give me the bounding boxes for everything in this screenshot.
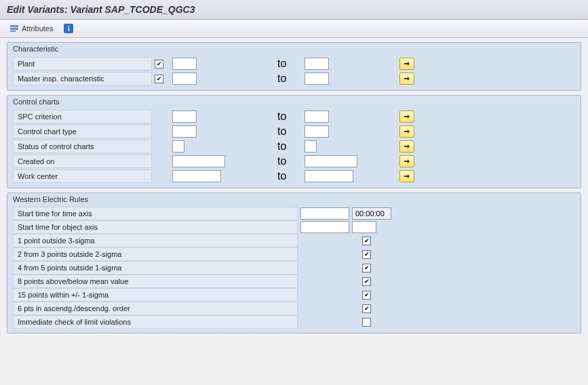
rule-7-checkbox[interactable]: [362, 318, 371, 327]
cctype-label: Control chart type: [13, 125, 152, 138]
rule-7-label: Immediate check of limit violations: [13, 315, 298, 329]
rule-5-label: 15 points within +/- 1-sigma: [13, 288, 298, 302]
spc-from-input[interactable]: [172, 110, 197, 123]
plant-from-input[interactable]: [172, 58, 197, 70]
row-rule-5: 15 points within +/- 1-sigma: [13, 288, 575, 302]
group-wer: Western Electric Rules Start time for ti…: [7, 192, 581, 333]
row-rule-4: 8 points above/below mean value: [13, 275, 575, 288]
cctype-from-input[interactable]: [172, 125, 197, 138]
mic-from-input[interactable]: [172, 73, 197, 85]
row-rule-3: 4 from 5 points outside 1-sigma: [13, 261, 575, 275]
arrow-right-icon: [404, 75, 410, 82]
spc-to-input[interactable]: [305, 110, 329, 123]
arrow-right-icon: [404, 158, 410, 165]
rule-3-label: 4 from 5 points outside 1-sigma: [13, 261, 298, 275]
rule-2-label: 2 from 3 points outside 2-sigma: [13, 247, 298, 261]
object-axis-input-1[interactable]: [300, 221, 349, 233]
rule-1-label: 1 point outside 3-sigma: [13, 234, 298, 247]
workcenter-multi-button[interactable]: [399, 170, 414, 182]
content-area: Characteristic Plant to Master insp. cha…: [0, 38, 588, 338]
row-rule-7: Immediate check of limit violations: [13, 315, 575, 329]
cctype-to-label: to: [277, 125, 286, 138]
toolbar: Attributes i: [0, 20, 588, 38]
cctype-multi-button[interactable]: [399, 125, 414, 138]
mic-multi-button[interactable]: [399, 73, 414, 85]
rule-4-checkbox[interactable]: [362, 277, 371, 286]
group-wer-title: Western Electric Rules: [7, 193, 581, 205]
mic-checkbox[interactable]: [155, 75, 163, 83]
plant-checkbox[interactable]: [155, 60, 163, 68]
row-cctype: Control chart type to: [13, 124, 575, 139]
workcenter-to-input[interactable]: [305, 170, 353, 182]
row-time-axis: Start time for time axis 00:00:00: [13, 207, 575, 220]
rule-1-checkbox[interactable]: [362, 237, 371, 245]
plant-label: Plant: [13, 57, 152, 70]
workcenter-label: Work center: [13, 169, 152, 183]
group-control-charts: Control charts SPC criterion to Control …: [7, 95, 581, 188]
rule-5-checkbox[interactable]: [362, 291, 371, 300]
time-axis-date-input[interactable]: [300, 207, 349, 220]
info-icon[interactable]: i: [64, 24, 73, 33]
status-to-input[interactable]: [305, 140, 317, 153]
row-plant: Plant to: [13, 56, 575, 71]
svg-rect-0: [10, 25, 18, 27]
arrow-right-icon: [404, 113, 410, 120]
svg-rect-2: [10, 31, 16, 32]
created-label: Created on: [13, 155, 152, 168]
row-status: Status of control charts to: [13, 139, 575, 154]
attributes-button[interactable]: Attributes: [7, 22, 56, 35]
status-to-label: to: [277, 140, 286, 153]
arrow-right-icon: [404, 60, 410, 67]
group-characteristic-title: Characteristic: [7, 43, 581, 55]
row-created: Created on to: [13, 154, 575, 169]
arrow-right-icon: [404, 143, 410, 150]
mic-label: Master insp. characteristic: [13, 72, 152, 85]
arrow-right-icon: [404, 128, 410, 135]
object-axis-label: Start time for object axis: [13, 220, 298, 234]
svg-rect-1: [10, 28, 18, 30]
time-axis-time-value[interactable]: 00:00:00: [352, 207, 391, 220]
plant-to-label: to: [277, 58, 286, 70]
attributes-label: Attributes: [22, 24, 53, 33]
spc-label: SPC criterion: [13, 110, 152, 123]
row-workcenter: Work center to: [13, 169, 575, 184]
rule-3-checkbox[interactable]: [362, 264, 371, 272]
group-characteristic: Characteristic Plant to Master insp. cha…: [7, 42, 581, 91]
status-multi-button[interactable]: [399, 140, 414, 153]
group-control-charts-title: Control charts: [7, 96, 581, 108]
row-rule-2: 2 from 3 points outside 2-sigma: [13, 247, 575, 261]
created-to-input[interactable]: [305, 155, 357, 167]
created-from-input[interactable]: [172, 155, 225, 167]
arrow-right-icon: [404, 173, 410, 180]
plant-multi-button[interactable]: [399, 58, 414, 70]
created-to-label: to: [277, 155, 286, 167]
spc-multi-button[interactable]: [399, 110, 414, 123]
status-label: Status of control charts: [13, 140, 152, 153]
rule-6-checkbox[interactable]: [362, 304, 371, 313]
status-from-input[interactable]: [172, 140, 184, 153]
created-multi-button[interactable]: [399, 155, 414, 167]
cctype-to-input[interactable]: [305, 125, 329, 138]
mic-to-label: to: [277, 73, 286, 85]
rule-4-label: 8 points above/below mean value: [13, 275, 298, 288]
row-rule-6: 6 pts in ascendg./descendg. order: [13, 302, 575, 315]
workcenter-to-label: to: [277, 170, 286, 182]
spc-to-label: to: [277, 110, 286, 123]
workcenter-from-input[interactable]: [172, 170, 221, 182]
rule-6-label: 6 pts in ascendg./descendg. order: [13, 302, 298, 315]
mic-to-input[interactable]: [305, 73, 329, 85]
page-title: Edit Variants: Variant SAP_TCODE_QGC3: [7, 4, 581, 15]
row-mic: Master insp. characteristic to: [13, 71, 575, 86]
plant-to-input[interactable]: [305, 58, 329, 70]
rule-2-checkbox[interactable]: [362, 250, 371, 259]
object-axis-input-2[interactable]: [352, 221, 376, 233]
attributes-icon: [9, 24, 19, 33]
time-axis-label: Start time for time axis: [13, 207, 298, 220]
row-object-axis: Start time for object axis: [13, 220, 575, 234]
row-rule-1: 1 point outside 3-sigma: [13, 234, 575, 247]
titlebar: Edit Variants: Variant SAP_TCODE_QGC3: [0, 0, 588, 20]
row-spc: SPC criterion to: [13, 109, 575, 124]
